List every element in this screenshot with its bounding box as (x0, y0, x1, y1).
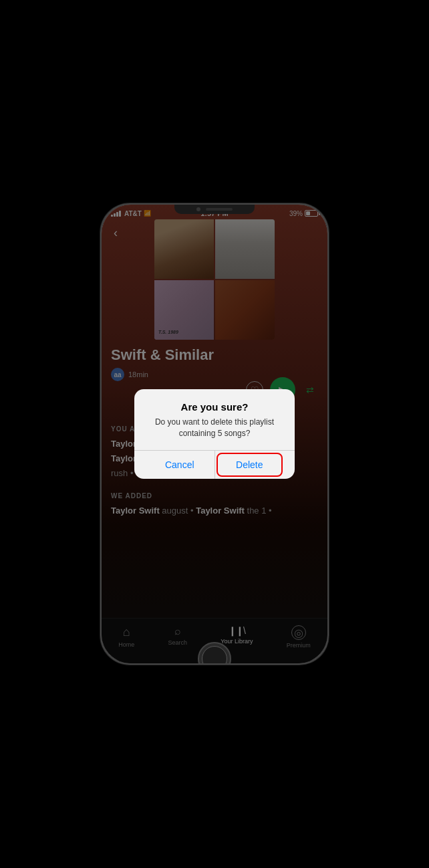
phone-frame: AT&T 📶 1:57 PM 39% ‹ T.S. 1989 (100, 203, 329, 665)
screen: AT&T 📶 1:57 PM 39% ‹ T.S. 1989 (102, 205, 327, 663)
phone-notch (174, 205, 255, 214)
speaker-slot (206, 208, 233, 211)
home-button-inner (202, 646, 227, 665)
dialog-buttons: Cancel Delete (145, 451, 284, 479)
dialog-title: Are you sure? (145, 401, 284, 413)
dialog-box: Are you sure? Do you want to delete this… (134, 389, 295, 479)
delete-button[interactable]: Delete (215, 451, 285, 479)
dialog-overlay: Are you sure? Do you want to delete this… (102, 205, 327, 663)
delete-label: Delete (236, 459, 263, 470)
cancel-button[interactable]: Cancel (145, 451, 214, 479)
dialog-message: Do you want to delete this playlist cont… (145, 417, 284, 439)
camera-dot (196, 207, 200, 211)
